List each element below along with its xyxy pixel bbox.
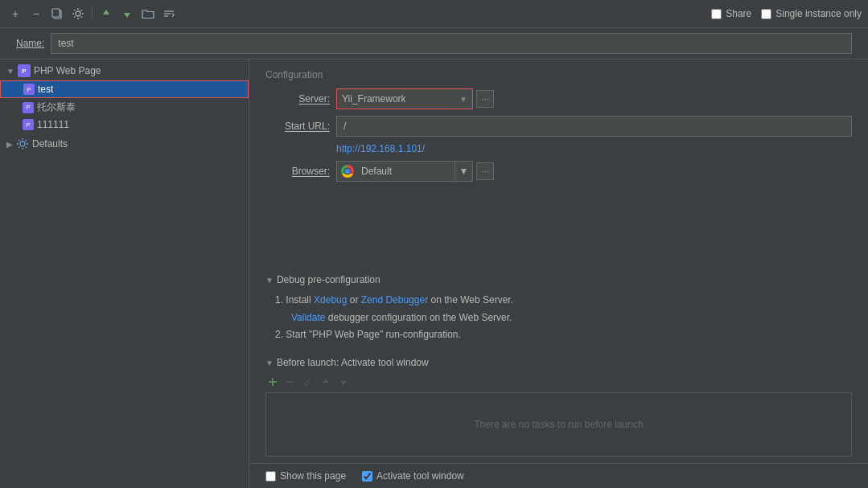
single-instance-checkbox[interactable] xyxy=(761,9,771,19)
show-this-page-label[interactable]: Show this page xyxy=(265,470,346,482)
debug-section: ▼ Debug pre-configuration 1. Install Xde… xyxy=(249,271,868,354)
config-icon-111111: P xyxy=(23,119,34,130)
settings-button[interactable] xyxy=(69,5,87,23)
launch-collapsible-header[interactable]: ▼ Before launch: Activate tool window xyxy=(265,354,852,371)
name-input[interactable] xyxy=(51,33,852,54)
browser-more-button[interactable]: ··· xyxy=(476,162,494,180)
server-dropdown-arrow-icon: ▼ xyxy=(459,95,467,104)
svg-rect-1 xyxy=(52,9,60,17)
launch-empty-box: There are no tasks to run before launch xyxy=(265,392,852,457)
debug-collapsible-header[interactable]: ▼ Debug pre-configuration xyxy=(265,271,852,289)
xdebug-link[interactable]: Xdebug xyxy=(314,294,347,306)
defaults-label: Defaults xyxy=(32,138,68,150)
top-right-options: Share Single instance only xyxy=(711,8,862,19)
sidebar-item-label: 托尔斯泰 xyxy=(37,100,76,114)
php-web-page-group-header[interactable]: ▼ P PHP Web Page xyxy=(0,61,249,80)
launch-add-button[interactable] xyxy=(265,375,280,389)
browser-dropdown[interactable]: Default ▼ xyxy=(336,161,473,182)
section-title: Configuration xyxy=(265,69,852,80)
browser-row: Browser: Default ▼ ··· xyxy=(265,161,852,182)
toolbar-separator xyxy=(92,6,93,21)
launch-empty-text: There are no tasks to run before launch xyxy=(474,419,643,430)
main-toolbar: + − xyxy=(0,0,868,28)
launch-header-label: Before launch: Activate tool window xyxy=(277,357,429,368)
main-layout: ▼ P PHP Web Page P test P 托尔斯泰 P 111111 … xyxy=(0,59,868,488)
group-chevron-icon: ▼ xyxy=(6,67,14,76)
share-checkbox-label[interactable]: Share xyxy=(711,8,751,19)
share-checkbox[interactable] xyxy=(711,9,722,19)
move-up-button[interactable] xyxy=(97,5,115,23)
zend-debugger-link[interactable]: Zend Debugger xyxy=(361,294,428,306)
copy-config-button[interactable] xyxy=(48,5,66,23)
defaults-chevron-icon: ▶ xyxy=(6,140,13,149)
launch-edit-button xyxy=(301,375,315,389)
server-row: Server: Yii_Framework ▼ ··· xyxy=(265,88,852,109)
debug-collapse-icon: ▼ xyxy=(265,276,274,285)
chrome-icon xyxy=(341,165,354,178)
config-icon-tolstoy: P xyxy=(23,102,34,113)
browser-label: Browser: xyxy=(265,166,330,177)
launch-toolbar xyxy=(265,371,852,392)
browser-value: Default xyxy=(358,166,455,177)
show-this-page-checkbox[interactable] xyxy=(265,471,276,482)
php-web-page-group: ▼ P PHP Web Page P test P 托尔斯泰 P 111111 xyxy=(0,59,249,134)
sidebar-item-label: 111111 xyxy=(37,119,69,130)
browser-dropdown-arrow-icon[interactable]: ▼ xyxy=(455,162,472,181)
right-panel: Configuration Server: Yii_Framework ▼ ··… xyxy=(249,59,868,488)
sort-button[interactable] xyxy=(160,5,178,23)
validate-link[interactable]: Validate xyxy=(291,312,325,323)
server-more-button[interactable]: ··· xyxy=(476,90,494,108)
group-label: PHP Web Page xyxy=(34,65,101,76)
start-url-input[interactable] xyxy=(336,116,852,137)
svg-point-6 xyxy=(20,141,25,146)
activate-tool-window-label[interactable]: Activate tool window xyxy=(362,470,464,482)
server-label: Server: xyxy=(265,93,330,105)
server-dropdown-value: Yii_Framework xyxy=(342,93,406,105)
start-url-row: Start URL: xyxy=(265,116,852,137)
server-dropdown-wrapper: Yii_Framework ▼ ··· xyxy=(336,88,494,109)
debug-step2: 2. Start "PHP Web Page" run-configuratio… xyxy=(275,326,852,344)
launch-remove-button xyxy=(283,375,298,389)
sidebar-defaults[interactable]: ▶ Defaults xyxy=(0,134,249,154)
remove-config-button[interactable]: − xyxy=(27,5,45,23)
sidebar-item-tolstoy[interactable]: P 托尔斯泰 xyxy=(0,98,249,117)
sidebar-item-label: test xyxy=(38,84,53,95)
sidebar-item-test[interactable]: P test xyxy=(0,80,249,98)
single-instance-checkbox-label[interactable]: Single instance only xyxy=(761,8,862,19)
svg-point-2 xyxy=(76,11,80,16)
config-section: Configuration Server: Yii_Framework ▼ ··… xyxy=(249,59,868,271)
server-dropdown[interactable]: Yii_Framework ▼ xyxy=(336,88,473,109)
start-url-label: Start URL: xyxy=(265,121,330,132)
folder-button[interactable] xyxy=(139,5,157,23)
debug-step1: 1. Install Xdebug or Zend Debugger on th… xyxy=(275,292,852,310)
name-row: Name: xyxy=(0,28,868,59)
config-icon-test: P xyxy=(23,84,35,95)
name-label: Name: xyxy=(16,38,44,49)
debug-content: 1. Install Xdebug or Zend Debugger on th… xyxy=(265,289,852,347)
resolved-url-row: http://192.168.1.101/ xyxy=(265,143,852,154)
sidebar-item-111111[interactable]: P 111111 xyxy=(0,117,249,133)
php-web-page-icon: P xyxy=(18,64,31,77)
bottom-bar: Show this page Activate tool window xyxy=(249,463,868,488)
launch-up-button xyxy=(319,375,333,389)
activate-tool-window-checkbox[interactable] xyxy=(362,471,372,482)
add-config-button[interactable]: + xyxy=(6,5,24,23)
launch-collapse-icon: ▼ xyxy=(265,359,274,367)
debug-header-label: Debug pre-configuration xyxy=(277,274,381,285)
sidebar: ▼ P PHP Web Page P test P 托尔斯泰 P 111111 … xyxy=(0,59,249,488)
launch-section: ▼ Before launch: Activate tool window xyxy=(249,354,868,463)
launch-down-button xyxy=(336,375,351,389)
defaults-gear-icon xyxy=(16,137,29,150)
move-down-button[interactable] xyxy=(118,5,136,23)
debug-validate-row: Validate debugger configuration on the W… xyxy=(275,310,852,327)
resolved-url-link[interactable]: http://192.168.1.101/ xyxy=(336,143,425,154)
browser-wrapper: Default ▼ ··· xyxy=(336,161,494,182)
